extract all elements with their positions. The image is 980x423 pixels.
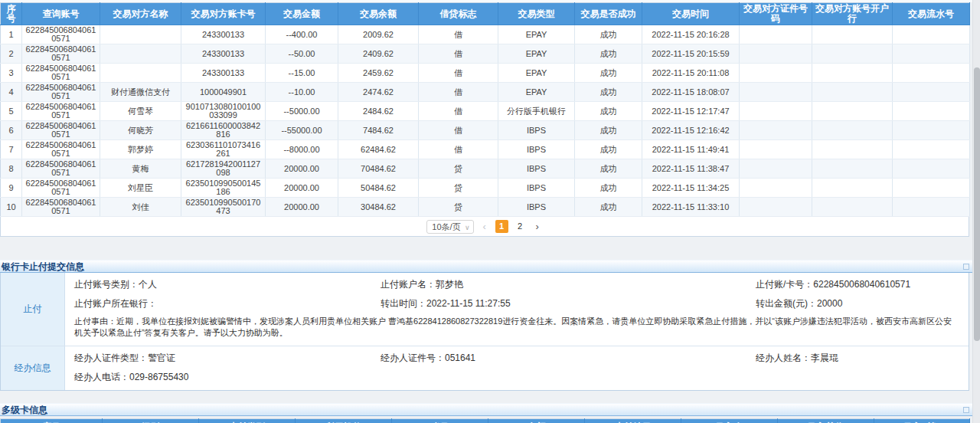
cell-success: 成功	[575, 102, 642, 121]
cell-counterparty-bank	[812, 83, 893, 102]
cell-counterparty-name: 郭梦婷	[100, 140, 181, 159]
cell-time: 2022-11-15 11:38:47	[642, 159, 740, 179]
next-page-button[interactable]: ›	[532, 220, 543, 234]
field-transfer-time: 转出时间：2022-11-15 11:27:55	[371, 294, 746, 313]
cell-counterparty-card: 243300133	[181, 25, 266, 44]
col-header-mc-result: 止付结果	[585, 419, 681, 423]
cell-counterparty-bank	[812, 102, 893, 121]
cell-time: 2022-11-15 18:08:07	[642, 83, 740, 102]
col-header-counterparty-id: 交易对方证件号码	[740, 3, 812, 25]
cell-seq: 9	[1, 179, 22, 198]
field-agent-cert-no: 经办人证件号：051641	[371, 349, 746, 368]
cell-query-account: 6228450068040610571	[22, 140, 100, 159]
cell-debit-credit-flag: 贷	[419, 159, 498, 179]
table-row: 4 6228450068040610571 财付通微信支付 1000049901…	[1, 83, 970, 102]
col-header-mc-institution: 所属机构	[296, 419, 392, 423]
cell-success: 成功	[575, 44, 642, 64]
cell-serial-no	[893, 44, 970, 64]
table-row: 2 6228450068040610571 243300133 --50.00 …	[1, 44, 970, 64]
cell-counterparty-id	[740, 140, 812, 159]
cell-time: 2022-11-15 11:49:41	[642, 140, 740, 159]
cell-counterparty-bank	[812, 179, 893, 198]
table-row: 9 6228450068040610571 刘星臣 62350109905001…	[1, 179, 970, 198]
field-transfer-amount: 转出金额(元)：20000	[746, 294, 969, 313]
stop-payment-section-title: 银行卡止付提交信息	[0, 260, 980, 273]
field-agent-name: 经办人姓名：李晨琨	[746, 349, 969, 368]
cell-query-account: 6228450068040610571	[22, 102, 100, 121]
col-header-mc-entered-by: 录入人	[681, 419, 778, 423]
collapse-icon[interactable]	[963, 264, 969, 270]
cell-query-account: 6228450068040610571	[22, 198, 100, 217]
cell-debit-credit-flag: 借	[419, 83, 498, 102]
cell-debit-credit-flag: 贷	[419, 198, 498, 217]
cell-counterparty-bank	[812, 121, 893, 140]
page-button-2[interactable]: 2	[514, 220, 527, 233]
transactions-body: 1 6228450068040610571 243300133 --400.00…	[1, 25, 970, 217]
col-header-query-account: 查询账号	[22, 3, 100, 25]
cell-time: 2022-11-15 12:16:42	[642, 121, 740, 140]
col-header-debit-credit-flag: 借贷标志	[419, 3, 498, 25]
cell-balance: 70484.62	[338, 159, 419, 179]
cell-query-account: 6228450068040610571	[22, 159, 100, 179]
cell-serial-no	[893, 179, 970, 198]
field-agent-phone: 经办人电话：029-86755430	[65, 368, 371, 387]
multi-card-section-title-text: 多级卡信息	[2, 405, 47, 415]
cell-query-account: 6228450068040610571	[22, 64, 100, 83]
cell-counterparty-name: 何晓芳	[100, 121, 181, 140]
cell-seq: 3	[1, 64, 22, 83]
cell-type: EPAY	[498, 64, 575, 83]
cell-balance: 2474.62	[338, 83, 419, 102]
cell-amount: 20000.00	[266, 159, 338, 179]
vertical-scrollbar[interactable]	[972, 0, 980, 423]
cell-counterparty-card: 1000049901	[181, 83, 266, 102]
collapse-icon[interactable]	[963, 407, 969, 413]
cell-time: 2022-11-15 20:16:28	[642, 25, 740, 44]
cell-counterparty-id	[740, 121, 812, 140]
cell-amount: --10.00	[266, 83, 338, 102]
cell-counterparty-name	[100, 64, 181, 83]
agent-info-group-label: 经办信息	[1, 346, 65, 390]
cell-query-account: 6228450068040610571	[22, 25, 100, 44]
stop-payment-group-label: 止付	[1, 273, 65, 346]
col-header-mc-entry-unit: 录入单位	[778, 419, 874, 423]
col-header-mc-seq: 序号	[1, 419, 103, 423]
table-row: 1 6228450068040610571 243300133 --400.00…	[1, 25, 970, 44]
cell-counterparty-bank	[812, 25, 893, 44]
cell-query-account: 6228450068040610571	[22, 121, 100, 140]
cell-query-account: 6228450068040610571	[22, 83, 100, 102]
cell-amount: --15.00	[266, 64, 338, 83]
cell-seq: 2	[1, 44, 22, 64]
cell-amount: --400.00	[266, 25, 338, 44]
col-header-mc-stop-type: 止付类型	[199, 419, 296, 423]
cell-counterparty-card: 6217281942001127098	[181, 159, 266, 179]
stop-payment-section-title-text: 银行卡止付提交信息	[2, 261, 84, 272]
page-size-select[interactable]: 10条/页 ∨	[426, 220, 473, 234]
field-stop-account-name: 止付账户名：郭梦艳	[371, 275, 746, 294]
scrollbar-thumb[interactable]	[974, 67, 980, 341]
table-row: 10 6228450068040610571 刘佳 62350109905001…	[1, 198, 970, 217]
cell-counterparty-id	[740, 64, 812, 83]
page-button-1[interactable]: 1	[495, 220, 508, 233]
cell-amount: --8000.00	[266, 140, 338, 159]
prev-page-button[interactable]: ‹	[479, 220, 490, 234]
cell-debit-credit-flag: 借	[419, 64, 498, 83]
col-header-balance: 交易余额	[338, 3, 419, 25]
cell-serial-no	[893, 83, 970, 102]
cell-amount: 20000.00	[266, 179, 338, 198]
cell-serial-no	[893, 64, 970, 83]
cell-counterparty-card: 6230361101073416261	[181, 140, 266, 159]
cell-counterparty-name	[100, 44, 181, 64]
cell-seq: 5	[1, 102, 22, 121]
table-row: 8 6228450068040610571 黄梅 621728194200112…	[1, 159, 970, 179]
cell-counterparty-bank	[812, 198, 893, 217]
cell-query-account: 6228450068040610571	[22, 44, 100, 64]
cell-debit-credit-flag: 借	[419, 102, 498, 121]
cell-counterparty-card: 6235010990500145186	[181, 179, 266, 198]
cell-counterparty-bank	[812, 140, 893, 159]
cell-serial-no	[893, 121, 970, 140]
cell-time: 2022-11-15 20:11:08	[642, 64, 740, 83]
cell-debit-credit-flag: 借	[419, 121, 498, 140]
multi-card-table: 序号 级别 止付类型 所属机构 账号 余额 止付结果 录入人 录入单位 录入时间…	[0, 418, 970, 423]
cell-balance: 30484.62	[338, 198, 419, 217]
page-size-label: 10条/页	[432, 222, 460, 231]
